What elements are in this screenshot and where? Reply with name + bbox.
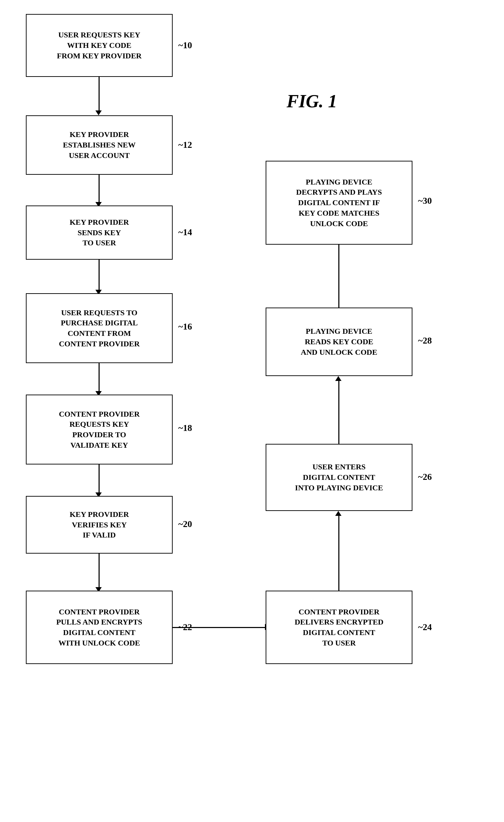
- arrowhead-26-28: [335, 376, 341, 381]
- box-10: USER REQUESTS KEYWITH KEY CODEFROM KEY P…: [26, 14, 173, 77]
- arrow-10-12: [99, 77, 100, 112]
- arrowhead-10-12: [95, 110, 102, 115]
- arrow-16-18: [99, 363, 100, 392]
- label-30: ~30: [418, 196, 432, 206]
- arrow-22-24: [173, 627, 266, 628]
- label-10: ~10: [178, 40, 192, 51]
- box-28: PLAYING DEVICEREADS KEY CODEAND UNLOCK C…: [266, 308, 412, 376]
- label-16: ~16: [178, 322, 192, 332]
- label-26: ~26: [418, 472, 432, 482]
- label-18: ~18: [178, 423, 192, 433]
- arrow-18-20: [99, 464, 100, 494]
- label-28: ~28: [418, 336, 432, 346]
- arrowhead-24-26: [335, 511, 341, 516]
- box-12: KEY PROVIDERESTABLISHES NEWUSER ACCOUNT: [26, 115, 173, 175]
- label-24: ~24: [418, 622, 432, 633]
- arrow-14-16: [99, 260, 100, 291]
- box-24: CONTENT PROVIDERDELIVERS ENCRYPTEDDIGITA…: [266, 591, 412, 664]
- arrow-28-30: [338, 245, 339, 308]
- label-14: ~14: [178, 227, 192, 238]
- arrow-26-28: [338, 381, 339, 444]
- box-22: CONTENT PROVIDERPULLS AND ENCRYPTSDIGITA…: [26, 591, 173, 664]
- arrow-24-26: [338, 516, 339, 591]
- diagram: FIG. 1 USER REQUESTS KEYWITH KEY CODEFRO…: [0, 0, 504, 822]
- box-30: PLAYING DEVICEDECRYPTS AND PLAYSDIGITAL …: [266, 161, 412, 245]
- arrow-20-22: [99, 554, 100, 589]
- box-16: USER REQUESTS TOPURCHASE DIGITALCONTENT …: [26, 293, 173, 363]
- box-26: USER ENTERSDIGITAL CONTENTINTO PLAYING D…: [266, 444, 412, 511]
- arrow-12-14: [99, 175, 100, 203]
- box-18: CONTENT PROVIDERREQUESTS KEYPROVIDER TOV…: [26, 395, 173, 464]
- label-12: ~12: [178, 140, 192, 150]
- box-20: KEY PROVIDERVERIFIES KEYIF VALID: [26, 496, 173, 554]
- label-20: ~20: [178, 519, 192, 529]
- box-14: KEY PROVIDERSENDS KEYTO USER: [26, 206, 173, 260]
- fig-label: FIG. 1: [287, 91, 337, 111]
